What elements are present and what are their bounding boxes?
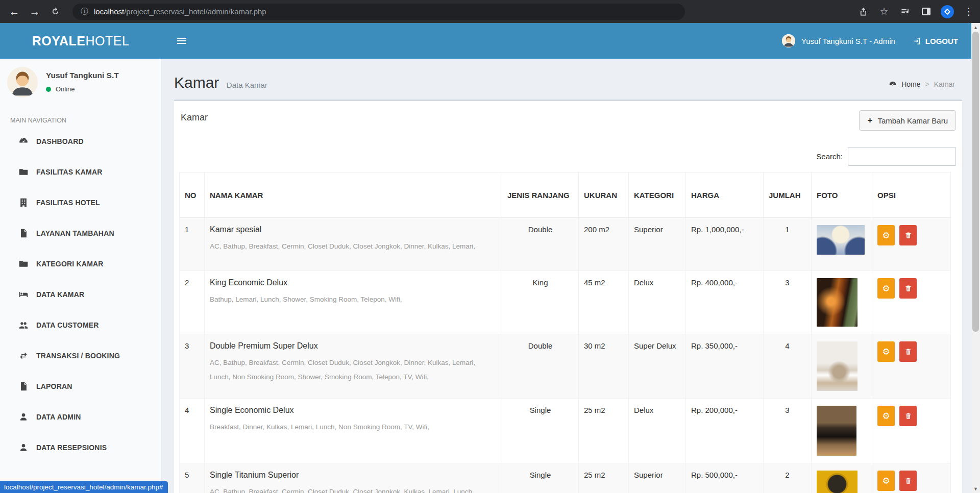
room-category: Delux [629,271,686,334]
back-icon[interactable]: ← [4,2,24,22]
table-row: 4 Single Economic Delux Breakfast, Dinne… [180,399,951,463]
dashboard-icon [18,136,29,146]
side-panel-icon[interactable] [920,6,932,18]
sidebar-item-data-resepsionis[interactable]: DATA RESEPSIONIS [0,432,161,463]
breadcrumb: Home > Kamar [889,80,955,88]
forward-icon[interactable]: → [24,2,45,22]
col-harga[interactable]: HARGA [686,172,764,218]
breadcrumb-home[interactable]: Home [901,80,920,88]
room-photo [817,278,857,327]
address-bar[interactable]: ⓘ localhost/project_reservasi_hotel/admi… [72,4,685,20]
trash-icon [904,412,912,420]
edit-button[interactable]: ⚙ [877,471,895,491]
logo[interactable]: ROYALEHOTEL [0,34,161,48]
sidebar-item-data-admin[interactable]: DATA ADMIN [0,402,161,432]
sidebar-item-kategori-kamar[interactable]: KATEGORI KAMAR [0,249,161,279]
room-size: 25 m2 [579,399,629,463]
browser-menu-icon[interactable]: ⋮ [963,6,975,18]
sidebar-item-fasilitas-kamar[interactable]: FASILITAS KAMAR [0,157,161,187]
sidebar-item-data-kamar[interactable]: DATA KAMAR [0,279,161,310]
col-jumlah[interactable]: JUMLAH [764,172,812,218]
edit-button[interactable]: ⚙ [877,406,895,426]
page-scrollbar[interactable]: ▲ ▼ [971,23,980,493]
col-ukuran[interactable]: UKURAN [579,172,629,218]
user-icon [18,442,29,453]
room-photo [817,225,865,255]
sidebar-user-name: Yusuf Tangkuni S.T [46,71,119,80]
reload-icon[interactable] [45,2,65,22]
extension-icon[interactable] [941,5,954,18]
sidebar: Yusuf Tangkuni S.T Online MAIN NAVIGATIO… [0,59,161,493]
url-host: localhost [94,7,124,16]
col-jenis-ranjang[interactable]: JENIS RANJANG [502,172,579,218]
scroll-up-icon[interactable]: ▲ [971,23,980,32]
edit-button[interactable]: ⚙ [877,341,895,362]
room-price: Rp. 1,000,000,- [686,218,764,271]
room-facilities: AC, Bathup, Breakfast, Cermin, Closet Du… [210,485,485,493]
folder-icon [18,167,29,177]
logout-icon [913,37,921,45]
room-bed-type: Double [502,334,579,399]
search-label: Search: [816,152,843,161]
reading-list-icon[interactable] [899,6,911,18]
trash-icon [904,477,912,485]
search-input[interactable] [848,147,956,166]
room-photo [817,471,857,493]
delete-button[interactable] [899,278,917,299]
header-user-name: Yusuf Tangkuni S.T - Admin [801,37,895,45]
header-user-menu[interactable]: Yusuf Tangkuni S.T - Admin [782,34,895,47]
col-foto[interactable]: FOTO [812,172,872,218]
edit-button[interactable]: ⚙ [877,225,895,245]
add-kamar-button[interactable]: + Tambah Kamar Baru [859,110,956,131]
sidebar-item-data-customer[interactable]: DATA CUSTOMER [0,310,161,340]
sidebar-item-laporan[interactable]: LAPORAN [0,371,161,402]
room-size: 25 m2 [579,463,629,493]
room-bed-type: King [502,271,579,334]
app-header: ROYALEHOTEL Yusuf Tangkuni S.T - Admin L… [0,23,980,59]
room-facilities: AC, Bathup, Breakfast, Cermin, Closet Du… [210,239,485,254]
col-kategori[interactable]: KATEGORI [629,172,686,218]
page-title: Kamar [174,74,219,91]
nav-section-label: MAIN NAVIGATION [0,106,161,126]
scrollbar-thumb[interactable] [972,32,979,332]
delete-button[interactable] [899,406,917,426]
scroll-down-icon[interactable]: ▼ [971,484,980,493]
room-qty: 4 [764,334,812,399]
file-icon [18,381,29,391]
gear-icon: ⚙ [882,476,890,486]
room-qty: 1 [764,218,812,271]
room-qty: 3 [764,399,812,463]
room-bed-type: Single [502,399,579,463]
col-nama-kamar[interactable]: NAMA KAMAR [205,172,502,218]
file-icon [18,228,29,238]
room-price: Rp. 400,000,- [686,271,764,334]
room-qty: 2 [764,463,812,493]
bookmark-star-icon[interactable]: ☆ [878,6,890,18]
sidebar-item-layanan-tambahan[interactable]: LAYANAN TAMBAHAN [0,218,161,249]
table-row: 5 Single Titanium Superior AC, Bathup, B… [180,463,951,493]
share-icon[interactable] [857,6,869,18]
building-icon [18,198,29,208]
url-path: /project_reservasi_hotel/admin/kamar.php [124,7,266,16]
online-status-icon [46,87,51,92]
room-name: Kamar spesial [210,225,497,234]
room-qty: 3 [764,271,812,334]
site-info-icon[interactable]: ⓘ [81,7,88,16]
room-bed-type: Double [502,218,579,271]
edit-button[interactable]: ⚙ [877,278,895,299]
gear-icon: ⚙ [882,283,890,294]
logout-button[interactable]: LOGOUT [913,37,958,45]
page-subtitle: Data Kamar [227,81,267,89]
delete-button[interactable] [899,225,917,245]
col-opsi[interactable]: OPSI [872,172,951,218]
users-icon [18,320,29,330]
delete-button[interactable] [899,471,917,491]
sidebar-item-transaksi-booking[interactable]: TRANSAKSI / BOOKING [0,340,161,371]
delete-button[interactable] [899,341,917,362]
table-header-row: NO NAMA KAMAR JENIS RANJANG UKURAN KATEG… [180,172,951,218]
table-row: 1 Kamar spesial AC, Bathup, Breakfast, C… [180,218,951,271]
sidebar-item-fasilitas-hotel[interactable]: FASILITAS HOTEL [0,187,161,218]
sidebar-toggle-icon[interactable] [172,31,192,51]
sidebar-item-dashboard[interactable]: DASHBOARD [0,126,161,157]
col-no[interactable]: NO [180,172,205,218]
